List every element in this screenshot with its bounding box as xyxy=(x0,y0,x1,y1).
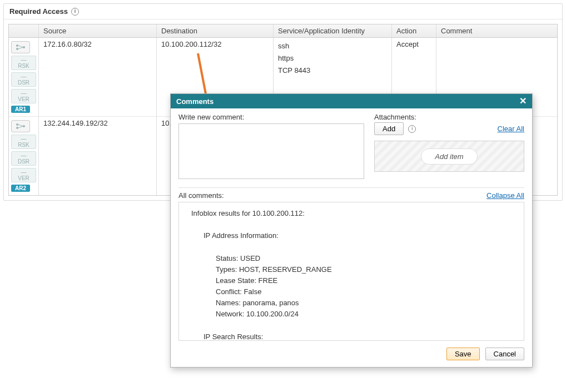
new-comment-label: Write new comment: xyxy=(178,113,364,121)
comments-list[interactable]: Infoblox results for 10.100.200.112: IP … xyxy=(178,202,524,341)
all-comments-label: All comments: xyxy=(178,191,224,200)
svg-point-2 xyxy=(23,46,25,48)
flow-icon[interactable] xyxy=(11,120,30,132)
row-badges: — RSK — DSR — VER AR1 xyxy=(9,38,39,116)
svg-point-1 xyxy=(16,48,18,50)
attachments-label: Attachments: xyxy=(374,113,416,121)
tag-ar[interactable]: AR1 xyxy=(11,106,30,113)
add-attachment-button[interactable]: Add xyxy=(374,122,404,135)
comment-heading: Infoblox results for 10.100.200.112: xyxy=(191,208,512,219)
svc-line: ssh xyxy=(278,40,387,52)
svg-point-0 xyxy=(16,44,18,47)
info-icon[interactable]: i xyxy=(71,8,79,16)
grid-header: Source Destination Service/Application I… xyxy=(9,24,557,38)
tag-ver[interactable]: — VER xyxy=(11,89,36,103)
col-source[interactable]: Source xyxy=(39,24,157,37)
panel-title: Required Access xyxy=(9,7,68,16)
add-item-pill[interactable]: Add item xyxy=(421,148,477,165)
col-action[interactable]: Action xyxy=(392,24,436,37)
panel-header: Required Access i xyxy=(4,4,562,19)
modal-footer: Save Cancel xyxy=(171,342,532,367)
attachment-dropzone[interactable]: Add item xyxy=(374,141,524,172)
kv-line: Status: USED xyxy=(216,253,512,264)
kv-line: Lease State: FREE xyxy=(216,275,512,286)
row-badges: — RSK — DSR — VER AR2 xyxy=(9,117,39,195)
flow-icon[interactable] xyxy=(11,41,30,53)
kv-line: Network: 10.100.200.0/24 xyxy=(216,309,512,320)
clear-all-link[interactable]: Clear All xyxy=(498,125,524,133)
kv-line: Names: panorama, panos xyxy=(216,297,512,309)
collapse-all-link[interactable]: Collapse All xyxy=(486,191,524,200)
section-title: IP Search Results: xyxy=(203,331,512,341)
svc-line: TCP 8443 xyxy=(278,64,387,77)
new-comment-input[interactable] xyxy=(178,123,364,179)
info-icon[interactable]: i xyxy=(408,125,416,133)
cell-source[interactable]: 172.16.0.80/32 xyxy=(39,38,157,116)
tag-rsk[interactable]: — RSK xyxy=(11,135,36,149)
tag-rsk[interactable]: — RSK xyxy=(11,56,36,70)
modal-body: Write new comment: Attachments: Add i Cl… xyxy=(171,108,532,342)
modal-titlebar[interactable]: Comments ✕ xyxy=(171,94,532,108)
col-badge xyxy=(9,24,39,37)
close-icon[interactable]: ✕ xyxy=(519,97,527,106)
comments-modal: Comments ✕ Write new comment: Attachment… xyxy=(170,93,533,368)
tag-dsr[interactable]: — DSR xyxy=(11,151,36,166)
col-comment[interactable]: Comment xyxy=(436,24,557,37)
svg-point-3 xyxy=(16,123,18,126)
col-service[interactable]: Service/Application Identity xyxy=(274,24,392,37)
save-button[interactable]: Save xyxy=(446,348,480,360)
kv-line: Conflict: False xyxy=(216,286,512,297)
section-title: IP Address Information: xyxy=(203,230,512,241)
svg-point-5 xyxy=(23,125,25,127)
modal-title-text: Comments xyxy=(176,97,214,106)
cancel-button[interactable]: Cancel xyxy=(485,348,524,360)
tag-ar[interactable]: AR2 xyxy=(11,185,30,192)
svc-line: https xyxy=(278,52,387,64)
svg-point-4 xyxy=(16,127,18,129)
col-destination[interactable]: Destination xyxy=(157,24,274,37)
separator xyxy=(178,187,524,188)
kv-line: Types: HOST, RESERVED_RANGE xyxy=(216,264,512,275)
cell-source[interactable]: 132.244.149.192/32 xyxy=(39,117,157,195)
tag-dsr[interactable]: — DSR xyxy=(11,72,36,87)
tag-ver[interactable]: — VER xyxy=(11,168,36,182)
